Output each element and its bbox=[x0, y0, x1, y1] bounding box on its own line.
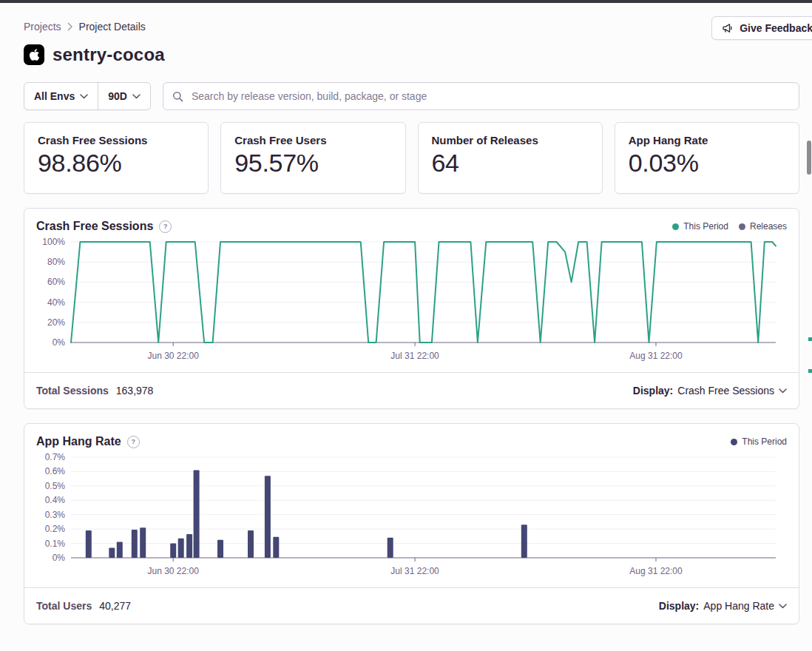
megaphone-icon bbox=[722, 22, 734, 34]
svg-text:0.5%: 0.5% bbox=[45, 481, 66, 491]
chevron-down-icon bbox=[132, 94, 141, 99]
stat-card-app-hang-rate: App Hang Rate 0.03% bbox=[615, 122, 799, 194]
apple-platform-icon bbox=[24, 44, 44, 65]
stat-value: 98.86% bbox=[38, 149, 194, 178]
app-hang-rate-chart-card: App Hang Rate This Period 0.7%0.6%0.5%0.… bbox=[24, 423, 799, 624]
svg-text:Jun 30 22:00: Jun 30 22:00 bbox=[147, 566, 199, 576]
stat-cards-row: Crash Free Sessions 98.86% Crash Free Us… bbox=[24, 122, 799, 194]
svg-text:60%: 60% bbox=[47, 277, 65, 287]
stat-label: App Hang Rate bbox=[629, 134, 785, 146]
breadcrumb: Projects Project Details bbox=[24, 21, 799, 33]
scrollbar-thumb[interactable] bbox=[807, 141, 811, 175]
chart-title: App Hang Rate bbox=[36, 435, 121, 448]
stat-label: Number of Releases bbox=[432, 134, 589, 146]
search-input[interactable] bbox=[190, 90, 790, 103]
clipped-content-mark bbox=[808, 369, 812, 373]
legend-dot bbox=[672, 223, 679, 230]
vertical-scrollbar[interactable] bbox=[805, 3, 812, 651]
svg-text:0.6%: 0.6% bbox=[45, 466, 66, 476]
chevron-down-icon bbox=[80, 94, 88, 99]
clipped-content-mark bbox=[808, 337, 812, 341]
environment-dropdown-label: All Envs bbox=[34, 90, 75, 102]
release-search bbox=[163, 82, 799, 110]
give-feedback-label: Give Feedback bbox=[740, 22, 812, 34]
chart-legend: This Period Releases bbox=[672, 221, 787, 232]
legend-item-this-period[interactable]: This Period bbox=[731, 436, 787, 447]
total-users-value: 40,277 bbox=[99, 600, 131, 612]
stat-label: Crash Free Sessions bbox=[38, 134, 194, 146]
crash-free-sessions-chart-card: Crash Free Sessions This Period Releases… bbox=[24, 208, 799, 409]
svg-text:Aug 31 22:00: Aug 31 22:00 bbox=[629, 566, 683, 576]
give-feedback-button[interactable]: Give Feedback bbox=[711, 16, 812, 40]
total-sessions-label: Total Sessions bbox=[36, 385, 109, 397]
display-dropdown[interactable]: Display: App Hang Rate bbox=[659, 600, 787, 612]
breadcrumb-project-details[interactable]: Project Details bbox=[79, 21, 146, 33]
search-icon bbox=[172, 91, 183, 102]
stat-value: 95.57% bbox=[234, 149, 391, 178]
svg-text:0%: 0% bbox=[53, 553, 66, 563]
total-sessions-value: 163,978 bbox=[116, 385, 154, 397]
crash-free-sessions-line-chart[interactable]: 100%80%60%40%20%0%Jun 30 22:00Jul 31 22:… bbox=[24, 235, 799, 372]
svg-text:0.4%: 0.4% bbox=[45, 495, 66, 505]
stat-value: 64 bbox=[432, 149, 589, 178]
svg-text:Jun 30 22:00: Jun 30 22:00 bbox=[147, 351, 199, 361]
stat-card-crash-free-sessions: Crash Free Sessions 98.86% bbox=[24, 122, 209, 194]
svg-text:80%: 80% bbox=[47, 257, 65, 267]
svg-text:0.2%: 0.2% bbox=[45, 524, 66, 534]
chart-footer: Total Sessions 163,978 Display: Crash Fr… bbox=[24, 372, 799, 408]
help-icon[interactable] bbox=[159, 220, 172, 233]
chart-header: Crash Free Sessions This Period Releases bbox=[24, 209, 799, 235]
legend-dot bbox=[731, 439, 737, 445]
date-range-dropdown-label: 90D bbox=[108, 90, 127, 102]
stat-card-crash-free-users: Crash Free Users 95.57% bbox=[220, 122, 405, 194]
help-icon[interactable] bbox=[127, 436, 140, 448]
chart-header: App Hang Rate This Period bbox=[24, 424, 799, 450]
environment-dropdown[interactable]: All Envs bbox=[24, 83, 98, 109]
filter-pill-group: All Envs 90D bbox=[24, 82, 151, 110]
svg-text:40%: 40% bbox=[47, 297, 65, 308]
chevron-right-icon bbox=[67, 22, 73, 31]
display-dropdown[interactable]: Display: Crash Free Sessions bbox=[633, 385, 787, 397]
filter-row: All Envs 90D bbox=[24, 82, 799, 110]
project-details-page: Give Feedback Projects Project Details s… bbox=[0, 0, 812, 651]
legend-item-this-period[interactable]: This Period bbox=[672, 221, 728, 232]
svg-text:0.3%: 0.3% bbox=[45, 510, 66, 520]
svg-text:Aug 31 22:00: Aug 31 22:00 bbox=[629, 351, 683, 361]
stat-card-number-of-releases: Number of Releases 64 bbox=[418, 122, 603, 194]
chart-legend: This Period bbox=[731, 436, 787, 447]
breadcrumb-projects[interactable]: Projects bbox=[24, 21, 61, 33]
total-users-label: Total Users bbox=[36, 600, 92, 612]
chevron-down-icon bbox=[779, 388, 787, 394]
stat-value: 0.03% bbox=[629, 149, 785, 178]
title-row: sentry-cocoa bbox=[24, 44, 799, 65]
svg-text:0%: 0% bbox=[53, 337, 66, 348]
chevron-down-icon bbox=[779, 604, 787, 609]
svg-text:Jul 31 22:00: Jul 31 22:00 bbox=[390, 566, 439, 576]
svg-text:Jul 31 22:00: Jul 31 22:00 bbox=[390, 351, 439, 361]
date-range-dropdown[interactable]: 90D bbox=[98, 83, 150, 109]
legend-item-releases[interactable]: Releases bbox=[739, 221, 787, 232]
stat-label: Crash Free Users bbox=[234, 134, 391, 146]
app-hang-rate-bar-chart[interactable]: 0.7%0.6%0.5%0.4%0.3%0.2%0.1%0%Jun 30 22:… bbox=[24, 450, 799, 587]
svg-text:20%: 20% bbox=[47, 317, 65, 328]
svg-text:0.7%: 0.7% bbox=[45, 452, 66, 462]
svg-text:100%: 100% bbox=[42, 237, 65, 247]
chart-footer: Total Users 40,277 Display: App Hang Rat… bbox=[24, 587, 799, 624]
chart-title: Crash Free Sessions bbox=[36, 220, 153, 233]
svg-text:0.1%: 0.1% bbox=[45, 539, 66, 549]
page-title: sentry-cocoa bbox=[53, 44, 165, 65]
legend-dot bbox=[739, 223, 745, 230]
